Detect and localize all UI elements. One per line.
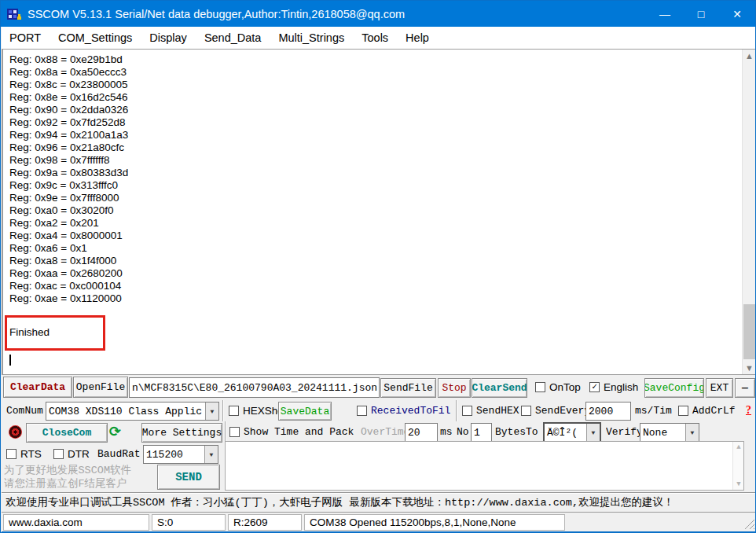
- terminal-line: Reg: 0xae = 0x1120000: [9, 292, 741, 305]
- resize-grip[interactable]: [743, 518, 754, 529]
- terminal-scrollbar[interactable]: ▲ ▼: [742, 50, 755, 374]
- refresh-ports-icon[interactable]: ⟳: [109, 423, 121, 439]
- received-to-file-checkbox-box[interactable]: [357, 406, 367, 416]
- hex-show-checkbox-box[interactable]: [229, 406, 239, 416]
- ontop-checkbox-box[interactable]: [535, 382, 545, 392]
- bytes-count-input[interactable]: 1: [471, 423, 492, 442]
- scroll-down-icon[interactable]: ▼: [743, 362, 756, 374]
- received-to-file-checkbox[interactable]: ReceivedToFil: [357, 400, 450, 421]
- terminal-line: Reg: 0xa0 = 0x3020f0: [9, 204, 741, 217]
- terminal-line: Reg: 0x8e = 0x16d2c546: [9, 91, 741, 104]
- status-sent-count: S:0: [152, 514, 226, 531]
- hex-show-label: HEXSho: [243, 405, 284, 417]
- dtr-checkbox-box[interactable]: [53, 449, 64, 459]
- terminal-line: Reg: 0x8a = 0xa50eccc3: [9, 66, 741, 79]
- show-time-checkbox-box[interactable]: [229, 427, 240, 437]
- ext-button[interactable]: EXT: [706, 378, 733, 398]
- terminal-line: Reg: 0xa2 = 0x201: [9, 217, 741, 230]
- send-area-scrollbar[interactable]: ▲ ▼: [732, 442, 743, 490]
- save-config-button[interactable]: SaveConfig: [644, 378, 704, 398]
- hex-show-checkbox[interactable]: HEXSho: [229, 400, 284, 421]
- terminal-line: Reg: 0x94 = 0x2100a1a3: [9, 129, 741, 142]
- ontop-checkbox[interactable]: OnTop: [535, 377, 581, 398]
- terminal-line: Reg: 0xa4 = 0x8000001: [9, 230, 741, 242]
- send-hex-checkbox-box[interactable]: [462, 406, 472, 416]
- chevron-down-icon[interactable]: ▼: [685, 424, 699, 441]
- english-checkbox-box[interactable]: ✓: [589, 382, 600, 392]
- add-crlf-label: AddCrLf: [692, 405, 736, 417]
- send-button[interactable]: SEND: [157, 465, 220, 490]
- status-received-count: R:2609: [228, 514, 302, 531]
- terminal-line: Reg: 0x92 = 0x7fd252d8: [9, 116, 741, 129]
- dtr-checkbox[interactable]: DTR: [53, 443, 90, 465]
- info-bar-text: 欢迎使用专业串口调试工具SSCOM 作者：习小猛(丁丁)，大虾电子网版 最新版本…: [6, 495, 674, 509]
- verify-select[interactable]: None ▼: [640, 423, 699, 442]
- clear-data-button[interactable]: ClearData: [3, 377, 72, 398]
- split-mode-select[interactable]: Ä©Î²( ▼: [543, 422, 601, 443]
- terminal-line: Reg: 0x8c = 0x23800005: [9, 79, 741, 91]
- verify-label: Verify: [606, 421, 643, 443]
- english-checkbox[interactable]: ✓ English: [589, 377, 638, 398]
- menu-bar: PORT COM_Settings Display Send_Data Mult…: [2, 27, 756, 49]
- receive-terminal[interactable]: Reg: 0x88 = 0xe29b1bd Reg: 0x8a = 0xa50e…: [2, 49, 756, 375]
- interval-unit-label: ms/Tim: [635, 400, 672, 421]
- window-title: SSCOM V5.13.1 Serial/Net data debugger,A…: [28, 8, 405, 20]
- comnum-label: ComNum: [6, 400, 43, 421]
- more-settings-button[interactable]: More Settings: [141, 423, 222, 443]
- menu-tools[interactable]: Tools: [361, 31, 388, 44]
- terminal-content: Reg: 0x88 = 0xe29b1bd Reg: 0x8a = 0xa50e…: [3, 50, 741, 374]
- split-mode-value: Ä©Î²(: [545, 427, 586, 439]
- maximize-button[interactable]: □: [683, 1, 719, 27]
- file-path-input[interactable]: n\MCF8315C\E80_26100790A03_20241111.json: [129, 377, 380, 398]
- chevron-down-icon[interactable]: ▼: [204, 446, 218, 463]
- send-file-button[interactable]: SendFile: [380, 378, 436, 398]
- add-crlf-checkbox-box[interactable]: [678, 406, 688, 416]
- promo-line1: 为了更好地发展SSCOM软件: [4, 464, 155, 477]
- scroll-up-icon[interactable]: ▲: [743, 50, 756, 62]
- scroll-up-icon[interactable]: ▲: [733, 443, 744, 451]
- open-file-button[interactable]: OpenFile: [73, 377, 128, 398]
- received-to-file-label: ReceivedToFil: [371, 405, 450, 417]
- add-crlf-checkbox[interactable]: AddCrLf: [678, 400, 736, 421]
- send-interval-input[interactable]: 2000: [585, 402, 631, 421]
- terminal-line: Reg: 0xaa = 0x2680200: [9, 267, 741, 280]
- overtime-input[interactable]: 20: [405, 423, 438, 442]
- menu-port[interactable]: PORT: [9, 31, 41, 44]
- com-port-select[interactable]: COM38 XDS110 Class Applic ▼: [46, 402, 219, 421]
- status-website[interactable]: www.daxia.com: [3, 514, 149, 531]
- show-time-checkbox[interactable]: Show Time and Pack: [229, 421, 354, 443]
- help-question-icon[interactable]: ?: [746, 404, 751, 417]
- ms-label: ms: [440, 421, 453, 443]
- clear-send-button[interactable]: ClearSend: [472, 378, 527, 398]
- terminal-line: Reg: 0x9e = 0x7fff8000: [9, 192, 741, 204]
- rts-checkbox[interactable]: RTS: [6, 443, 42, 465]
- scroll-down-icon[interactable]: ▼: [733, 480, 744, 488]
- collapse-panel-button[interactable]: —: [735, 378, 755, 398]
- menu-display[interactable]: Display: [149, 31, 187, 44]
- terminal-line: Reg: 0xa8 = 0x1f4f000: [9, 255, 741, 267]
- save-data-button[interactable]: SaveData: [278, 402, 332, 421]
- send-every-checkbox[interactable]: SendEvery: [521, 400, 590, 421]
- scrollbar-thumb[interactable]: [743, 304, 755, 359]
- baudrate-value: 115200: [144, 449, 204, 461]
- close-com-button[interactable]: CloseCom: [26, 423, 108, 443]
- com-port-value: COM38 XDS110 Class Applic: [46, 406, 205, 417]
- control-panel: ClearData OpenFile n\MCF8315C\E80_261007…: [2, 376, 756, 492]
- close-button[interactable]: ✕: [719, 1, 755, 27]
- rts-checkbox-box[interactable]: [6, 449, 17, 459]
- chevron-down-icon[interactable]: ▼: [205, 403, 218, 420]
- stop-button[interactable]: Stop: [438, 378, 471, 398]
- no-label: No: [457, 421, 469, 443]
- send-every-checkbox-box[interactable]: [521, 406, 531, 416]
- terminal-line: Reg: 0x88 = 0xe29b1bd: [9, 53, 741, 66]
- dtr-label: DTR: [68, 448, 90, 460]
- menu-send-data[interactable]: Send_Data: [204, 31, 262, 44]
- menu-multi-strings[interactable]: Multi_Strings: [278, 31, 344, 44]
- baudrate-select[interactable]: 115200 ▼: [143, 445, 218, 464]
- menu-help[interactable]: Help: [406, 31, 429, 44]
- send-text-area[interactable]: ▲ ▼: [225, 441, 744, 491]
- chevron-down-icon[interactable]: ▼: [586, 424, 600, 441]
- menu-com-settings[interactable]: COM_Settings: [58, 31, 132, 44]
- minimize-button[interactable]: —: [647, 1, 683, 27]
- send-hex-checkbox[interactable]: SendHEX: [462, 400, 519, 421]
